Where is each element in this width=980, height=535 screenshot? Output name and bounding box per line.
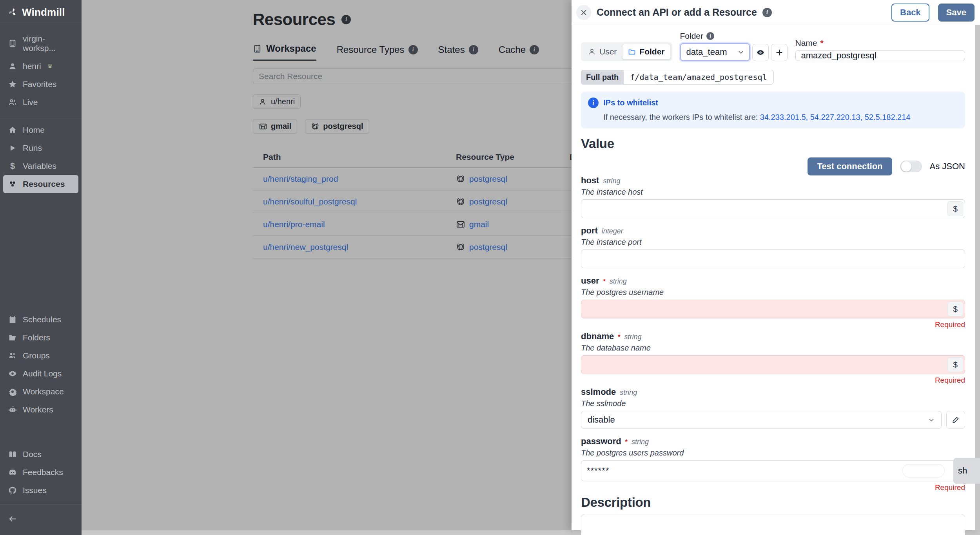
- sidebar-item-label: Schedules: [23, 315, 61, 324]
- user-name: henri: [23, 61, 41, 71]
- eye-icon: [756, 48, 765, 57]
- user-icon: [8, 61, 17, 71]
- sidebar-gap: [0, 197, 82, 307]
- sidebar-item-home[interactable]: Home: [3, 121, 78, 139]
- sidebar-help-group: Docs Feedbacks Issues: [0, 441, 82, 503]
- save-button[interactable]: Save: [938, 4, 975, 22]
- windmill-logo-icon: [7, 7, 18, 18]
- collapse-sidebar-button[interactable]: [3, 510, 78, 528]
- field-type: string: [620, 389, 637, 397]
- host-input[interactable]: [581, 199, 965, 218]
- insert-variable-button[interactable]: $: [947, 357, 963, 372]
- sidebar-item-workspace-settings[interactable]: Workspace: [3, 383, 78, 401]
- sidebar-item-docs[interactable]: Docs: [3, 445, 78, 463]
- folder-select[interactable]: data_team: [680, 43, 750, 61]
- ips-note-title: IPs to whitelist: [603, 98, 658, 107]
- sidebar-item-label: Runs: [23, 143, 42, 153]
- new-folder-button[interactable]: [771, 44, 788, 61]
- description-textarea[interactable]: [581, 514, 965, 535]
- close-icon: [580, 9, 588, 16]
- field-name: sslmode: [581, 387, 616, 397]
- sidebar-item-label: Home: [23, 125, 45, 135]
- dbname-input[interactable]: [581, 355, 965, 374]
- sidebar-item-label: Feedbacks: [23, 468, 63, 477]
- sidebar-item-live[interactable]: Live: [3, 93, 78, 111]
- owner-kind-folder-option[interactable]: Folder: [622, 44, 670, 60]
- plus-icon: [775, 48, 784, 57]
- star-icon: [8, 80, 17, 89]
- field-description: The database name: [581, 343, 965, 352]
- password-reveal-pill[interactable]: [902, 464, 945, 477]
- field-password: password* string The postgres users pass…: [581, 436, 965, 492]
- owner-kind-user-option[interactable]: User: [583, 44, 622, 59]
- field-type: string: [610, 277, 627, 286]
- sidebar-item-runs[interactable]: Runs: [3, 139, 78, 157]
- ips-note-text: If necessary, the workers IPs to whiteli…: [603, 113, 760, 121]
- back-button[interactable]: Back: [891, 4, 929, 22]
- user-input[interactable]: [581, 300, 965, 318]
- sidebar: Windmill virgin-worksp... henri ♛ Favori…: [0, 0, 82, 535]
- resource-name-input[interactable]: [795, 50, 965, 61]
- required-star: *: [603, 278, 605, 285]
- sidebar-item-issues[interactable]: Issues: [3, 481, 78, 499]
- sidebar-item-workspace-switcher[interactable]: virgin-worksp...: [3, 30, 78, 57]
- add-resource-drawer: Connect an API or add a Resource i Back …: [572, 0, 980, 530]
- view-folder-button[interactable]: [752, 44, 769, 61]
- field-description: The postgres users password: [581, 448, 965, 457]
- sidebar-item-groups[interactable]: Groups: [3, 347, 78, 365]
- play-icon: [8, 143, 17, 153]
- port-input[interactable]: [581, 249, 965, 268]
- field-user: user* string The postgres username $ Req…: [581, 276, 965, 329]
- insert-variable-button[interactable]: $: [947, 201, 963, 216]
- user-icon: [588, 48, 596, 56]
- chevron-down-icon: [737, 49, 744, 56]
- sidebar-item-folders[interactable]: Folders: [3, 329, 78, 347]
- gear-icon: [8, 387, 17, 396]
- sidebar-item-resources[interactable]: Resources: [3, 175, 78, 193]
- sidebar-item-label: Workspace: [23, 387, 64, 396]
- edit-sslmode-button[interactable]: [946, 411, 965, 429]
- crown-icon: ♛: [47, 63, 53, 70]
- test-connection-button[interactable]: Test connection: [808, 157, 892, 175]
- dollar-icon: $: [953, 304, 958, 314]
- segment-label: User: [599, 47, 617, 56]
- sidebar-item-audit-logs[interactable]: Audit Logs: [3, 365, 78, 383]
- sidebar-item-label: Variables: [23, 161, 56, 171]
- sslmode-select[interactable]: disable: [581, 411, 942, 429]
- as-json-toggle[interactable]: [900, 161, 922, 172]
- field-type: string: [603, 177, 620, 185]
- sidebar-item-workers[interactable]: Workers: [3, 401, 78, 419]
- app-logo[interactable]: Windmill: [0, 0, 82, 24]
- name-field-label: Name: [795, 38, 817, 48]
- sidebar-item-feedbacks[interactable]: Feedbacks: [3, 463, 78, 481]
- show-password-tooltip: sh: [953, 458, 980, 484]
- insert-variable-button[interactable]: $: [947, 302, 963, 316]
- ips-list[interactable]: 34.233.201.5, 54.227.220.13, 52.5.182.21…: [760, 113, 911, 121]
- cubes-icon: [8, 179, 17, 189]
- windmill-app: Windmill virgin-worksp... henri ♛ Favori…: [0, 0, 980, 535]
- field-name: port: [581, 226, 598, 236]
- required-star: *: [618, 334, 620, 341]
- ips-whitelist-note: i IPs to whitelist If necessary, the wor…: [581, 92, 965, 128]
- folder-icon: [628, 48, 636, 56]
- sidebar-item-label: Favorites: [23, 80, 56, 89]
- sidebar-item-variables[interactable]: $ Variables: [3, 157, 78, 175]
- app-name: Windmill: [22, 6, 65, 18]
- field-type: string: [632, 438, 649, 446]
- field-description: The postgres username: [581, 288, 965, 297]
- discord-icon: [8, 468, 17, 477]
- info-icon: i: [706, 32, 714, 40]
- sidebar-item-label: Folders: [23, 333, 50, 342]
- folder-select-value: data_team: [686, 47, 727, 57]
- sidebar-item-favorites[interactable]: Favorites: [3, 75, 78, 93]
- sidebar-item-user[interactable]: henri ♛: [3, 57, 78, 75]
- arrow-left-icon: [8, 514, 17, 524]
- sidebar-item-label: Audit Logs: [23, 369, 62, 378]
- eye-icon: [8, 369, 17, 378]
- close-drawer-button[interactable]: [576, 5, 591, 20]
- segment-label: Folder: [639, 47, 664, 56]
- divider: [0, 116, 82, 116]
- sidebar-item-label: Live: [23, 98, 38, 107]
- sidebar-item-schedules[interactable]: Schedules: [3, 311, 78, 329]
- drawer-scrollbar[interactable]: [975, 25, 980, 530]
